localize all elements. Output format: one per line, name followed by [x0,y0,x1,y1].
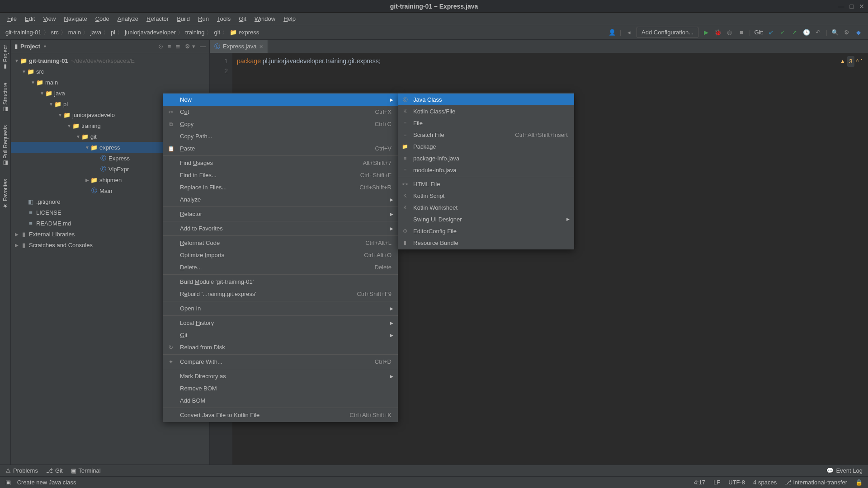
breadcrumb-item[interactable]: java [90,29,101,36]
hide-icon[interactable]: — [200,43,206,50]
ctx-add-bom[interactable]: Add BOM [163,394,398,407]
menu-tools[interactable]: Tools [213,14,234,24]
new-editorconfig-file[interactable]: ⚙EditorConfig File [398,225,574,237]
tab-close-icon[interactable]: × [259,43,263,50]
menu-window[interactable]: Window [251,14,279,24]
menu-file[interactable]: File [4,14,20,24]
encoding[interactable]: UTF-8 [728,479,745,486]
new-package[interactable]: 📁Package [398,141,574,152]
new-swing-ui-designer[interactable]: Swing UI Designer [398,213,574,225]
menu-build[interactable]: Build [173,14,193,24]
menu-run[interactable]: Run [194,14,212,24]
menu-view[interactable]: View [39,14,59,24]
menu-code[interactable]: Code [92,14,113,24]
ctx-paste[interactable]: 📋PasteCtrl+V [163,142,398,155]
menu-refactor[interactable]: Refactor [143,14,172,24]
breadcrumb-item[interactable]: 📁 express [230,29,259,36]
ctx-reformat-code[interactable]: Reformat CodeCtrl+Alt+L [163,237,398,249]
bottom-tab-terminal[interactable]: ▣Terminal [71,467,101,474]
ctx-new[interactable]: New [163,94,398,106]
project-dropdown-icon[interactable]: ▮ [14,43,18,50]
side-tab-pull-requests[interactable]: ◧ Pull Requests [2,123,9,168]
ctx-build-module-git-training-[interactable]: Build Module 'git-training-01' [163,276,398,288]
ctx-git[interactable]: Git [163,329,398,341]
new-kotlin-worksheet[interactable]: KKotlin Worksheet [398,202,574,213]
ctx-optimize-imports[interactable]: Optimize ImportsCtrl+Alt+O [163,249,398,261]
ctx-refactor[interactable]: Refactor [163,208,398,220]
maximize-icon[interactable]: □ [850,3,854,10]
indent[interactable]: 4 spaces [753,479,777,486]
git-pull-icon[interactable]: ↙ [767,28,775,37]
ctx-open-in[interactable]: Open In [163,302,398,314]
tab-express-java[interactable]: Ⓒ Express.java × [210,40,268,53]
ctx-rebuild-raining-git-express-[interactable]: Rebuild '...raining.git.express'Ctrl+Shi… [163,288,398,300]
breadcrumb-item[interactable]: main [68,29,81,36]
menu-analyze[interactable]: Analyze [114,14,142,24]
new-module-info-java[interactable]: ≡module-info.java [398,164,574,176]
breadcrumb-item[interactable]: training [185,29,205,36]
side-tab-project[interactable]: ▮ Project [2,43,9,72]
menu-git[interactable]: Git [235,14,250,24]
tree-item[interactable]: ▼📁src [11,66,209,77]
new-package-info-java[interactable]: ≡package-info.java [398,152,574,164]
ctx-cut[interactable]: ✂CutCtrl+X [163,106,398,118]
new-resource-bundle[interactable]: ▮Resource Bundle [398,237,574,249]
ctx-local-history[interactable]: Local History [163,317,398,329]
gear-icon[interactable]: ⚙ ▾ [185,43,195,50]
ide-icon[interactable]: ◆ [854,28,863,37]
side-tab-favorites[interactable]: ★ Favorites [2,177,9,211]
ctx-copy[interactable]: ⧉CopyCtrl+C [163,118,398,130]
expand-icon[interactable]: ≡ [168,43,171,50]
ctx-compare-with-[interactable]: ✦Compare With...Ctrl+D [163,356,398,368]
lock-icon[interactable]: 🔒 [855,479,863,486]
close-icon[interactable]: ✕ [859,3,864,10]
breadcrumb-item[interactable]: src [51,29,59,36]
inspection-marker[interactable]: ▲3 ^ˇ [840,56,863,67]
ctx-reload-from-disk[interactable]: ↻Reload from Disk [163,341,398,353]
run-icon[interactable]: ▶ [702,28,710,37]
collapse-icon[interactable]: ≣ [175,43,180,50]
ctx-copy-path-[interactable]: Copy Path... [163,130,398,142]
ctx-convert-java-file-to-kotlin-file[interactable]: Convert Java File to Kotlin FileCtrl+Alt… [163,409,398,421]
git-branch[interactable]: ⎇ international-transfer [785,479,847,486]
breadcrumb-item[interactable]: juniorjavadeveloper [125,29,176,36]
breadcrumb-item[interactable]: git [214,29,220,36]
ctx-find-in-files-[interactable]: Find in Files...Ctrl+Shift+F [163,169,398,181]
new-kotlin-script[interactable]: KKotlin Script [398,190,574,202]
project-header-label[interactable]: Project [20,43,40,50]
settings-icon[interactable]: ⚙ [843,28,851,37]
user-icon[interactable]: 👤 [608,28,616,37]
git-rollback-icon[interactable]: ↶ [814,28,822,37]
ctx-mark-directory-as[interactable]: Mark Directory as [163,370,398,382]
search-icon[interactable]: 🔍 [831,28,839,37]
cursor-position[interactable]: 4:17 [694,479,705,486]
stop-icon[interactable]: ■ [737,28,745,37]
git-history-icon[interactable]: 🕓 [802,28,811,37]
git-commit-icon[interactable]: ✓ [779,28,787,37]
bottom-tab-problems[interactable]: ⚠Problems [5,467,38,474]
ctx-add-to-favorites[interactable]: Add to Favorites [163,222,398,235]
new-kotlin-class-file[interactable]: KKotlin Class/File [398,105,574,117]
dropdown-arrow[interactable]: ◂ [625,28,633,37]
ctx-delete-[interactable]: Delete...Delete [163,261,398,273]
git-push-icon[interactable]: ↗ [791,28,799,37]
ctx-remove-bom[interactable]: Remove BOM [163,382,398,394]
breadcrumb-item[interactable]: git-training-01 [5,29,42,36]
coverage-icon[interactable]: ◍ [726,28,734,37]
new-scratch-file[interactable]: ≡Scratch FileCtrl+Alt+Shift+Insert [398,129,574,141]
new-java-class[interactable]: ⒸJava Class [398,94,574,105]
project-dropdown-arrow[interactable]: ▼ [43,44,47,49]
menu-edit[interactable]: Edit [21,14,38,24]
bottom-tab-git[interactable]: ⎇Git [46,467,63,474]
menu-help[interactable]: Help [280,14,299,24]
tree-item[interactable]: ▼📁main [11,77,209,88]
debug-icon[interactable]: 🐞 [714,28,722,37]
ctx-analyze[interactable]: Analyze [163,193,398,206]
ctx-find-usages[interactable]: Find UsagesAlt+Shift+7 [163,157,398,169]
menu-navigate[interactable]: Navigate [60,14,90,24]
locate-icon[interactable]: ⊙ [158,43,163,50]
statusbar-panel-icon[interactable]: ▣ [5,479,11,486]
side-tab-structure[interactable]: ◧ Structure [2,81,9,114]
new-html-file[interactable]: <>HTML File [398,178,574,190]
breadcrumb-item[interactable]: pl [111,29,115,36]
